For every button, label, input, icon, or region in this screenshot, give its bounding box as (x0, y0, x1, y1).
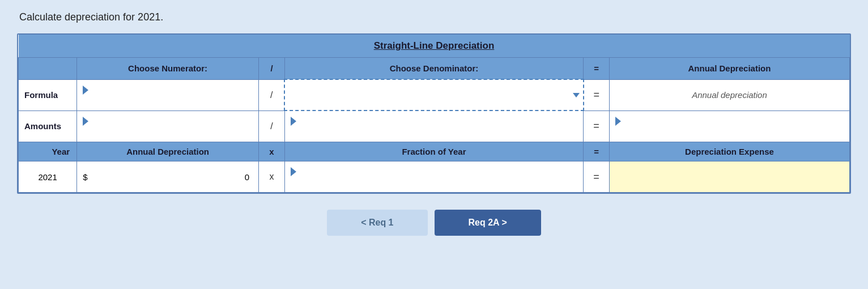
annual-dep-col-header: Annual Depreciation (77, 142, 259, 162)
year-2021-fraction-cell[interactable] (284, 162, 583, 193)
amounts-result-indicator (615, 117, 621, 126)
year-op-header: x (259, 142, 285, 162)
year-col-header: Year (19, 142, 77, 162)
table-title-row: Straight-Line Depreciation (19, 35, 850, 58)
next-button[interactable]: Req 2A > (435, 210, 541, 236)
amounts-numerator-cell[interactable] (77, 110, 259, 142)
year-2021-row: 2021 $ 0 x = (19, 162, 850, 193)
depreciation-table: Straight-Line Depreciation Choose Numera… (18, 35, 850, 193)
year-2021-amount-cell: $ 0 (77, 162, 259, 193)
amounts-label: Amounts (19, 110, 77, 142)
formula-result: Annual depreciation (609, 79, 849, 110)
amounts-op: / (259, 110, 285, 142)
formula-denominator-input[interactable] (291, 90, 577, 101)
year-2021-result-input[interactable] (615, 171, 844, 182)
year-2021-amount-value: 0 (245, 172, 253, 182)
formula-numerator-cell[interactable] (77, 79, 259, 110)
amounts-result-cell[interactable] (609, 110, 849, 142)
year-2021-fraction-input[interactable] (291, 176, 577, 188)
dep-expense-col-header: Depreciation Expense (609, 142, 849, 162)
col-result-header: Annual Depreciation (609, 58, 849, 80)
table-title: Straight-Line Depreciation (19, 35, 850, 58)
amounts-denominator-cell[interactable] (284, 110, 583, 142)
depreciation-table-wrapper: Straight-Line Depreciation Choose Numera… (17, 33, 851, 194)
prev-button[interactable]: < Req 1 (327, 210, 427, 236)
amounts-numerator-input[interactable] (83, 126, 253, 137)
formula-numerator-input[interactable] (83, 95, 253, 106)
formula-denominator-cell[interactable] (284, 79, 583, 110)
formula-numerator-indicator (83, 86, 88, 95)
amounts-eq: = (584, 110, 610, 142)
year-2021-eq: = (584, 162, 610, 193)
formula-label: Formula (19, 79, 77, 110)
year-eq-header: = (584, 142, 610, 162)
year-2021-op: x (259, 162, 285, 193)
amounts-numerator-indicator (83, 117, 88, 126)
formula-eq: = (584, 79, 610, 110)
fraction-col-header: Fraction of Year (284, 142, 583, 162)
amounts-denominator-input[interactable] (291, 126, 577, 137)
navigation-buttons: < Req 1 Req 2A > (17, 210, 851, 236)
col-header-row: Choose Numerator: / Choose Denominator: … (19, 58, 850, 80)
page-instruction: Calculate depreciation for 2021. (17, 11, 851, 23)
col-eq-header: = (584, 58, 610, 80)
col-denominator-header: Choose Denominator: (284, 58, 583, 80)
col-op1-header: / (259, 58, 285, 80)
formula-op: / (259, 79, 285, 110)
year-2021-value: 2021 (19, 162, 77, 193)
year-section-header-row: Year Annual Depreciation x Fraction of Y… (19, 142, 850, 162)
amounts-denominator-indicator (291, 117, 296, 126)
formula-row: Formula / = Annual depreciation (19, 79, 850, 110)
col-numerator-header: Choose Numerator: (77, 58, 259, 80)
amounts-result-input[interactable] (615, 126, 844, 137)
amounts-row: Amounts / = (19, 110, 850, 142)
year-2021-fraction-indicator (291, 167, 296, 176)
year-2021-result-cell[interactable] (609, 162, 849, 193)
col-label-header (19, 58, 77, 80)
dollar-sign: $ (83, 172, 87, 182)
